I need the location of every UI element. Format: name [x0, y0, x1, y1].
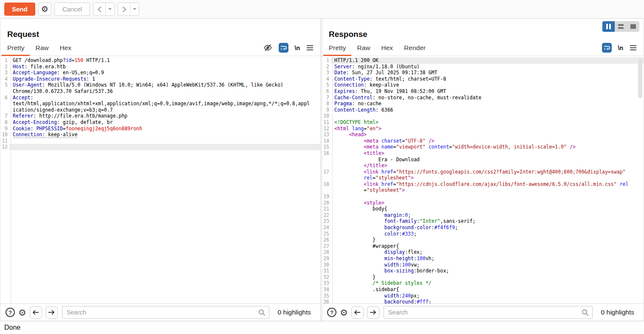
cancel-button[interactable]: Cancel — [54, 3, 90, 16]
code-line[interactable]: 21 body{ — [322, 206, 644, 212]
response-search-bar: ? ⚙ 0 highlights — [322, 303, 644, 321]
code-line[interactable]: 14 <meta charset="UTF-8" /> — [322, 138, 644, 144]
back-dropdown-button[interactable] — [105, 3, 114, 15]
code-line[interactable]: 3Date: Sun, 27 Jul 2025 09:17:38 GMT — [322, 70, 644, 76]
code-line[interactable]: 5Connection: keep-alive — [322, 82, 644, 88]
next-match-button[interactable] — [367, 306, 379, 319]
code-line[interactable]: 11 — [0, 138, 320, 144]
code-line[interactable]: 24 background-color:#f4f6f9; — [322, 225, 644, 231]
code-line[interactable]: 9Cookie: PHPSESSID=fooneqingj2eqj5q6on88… — [0, 126, 320, 132]
code-line[interactable]: 8Pragma: no-cache — [322, 101, 644, 107]
code-line[interactable]: </title> — [322, 163, 644, 169]
response-search-input[interactable] — [384, 306, 593, 319]
code-line[interactable]: 12 — [0, 144, 320, 150]
search-settings-icon[interactable]: ⚙ — [340, 308, 348, 317]
newline-icon[interactable]: \n — [295, 45, 300, 51]
code-line[interactable]: 4Content-Type: text/html; charset=UTF-8 — [322, 76, 644, 82]
code-line[interactable]: 8Accept-Encoding: gzip, deflate, br — [0, 119, 320, 126]
code-line[interactable]: 33 /* Sidebar styles */ — [322, 280, 644, 286]
code-line[interactable]: 1GET /download.php?id=150 HTTP/1.1 — [0, 57, 320, 64]
code-line[interactable]: 16 <title> — [322, 150, 644, 157]
line-number: 17 — [322, 169, 331, 175]
code-line[interactable]: 36 background:#fff; — [322, 299, 644, 303]
code-line[interactable]: 1HTTP/1.1 200 OK — [322, 57, 644, 64]
response-tab-pretty[interactable]: Pretty — [323, 40, 351, 56]
code-line[interactable]: 25 color:#333; — [322, 231, 644, 237]
request-tab-raw[interactable]: Raw — [30, 40, 54, 56]
code-line[interactable]: Era - Download — [322, 157, 644, 163]
forward-dropdown-button[interactable] — [130, 3, 139, 15]
prev-match-button[interactable] — [351, 306, 364, 319]
code-line[interactable]: 28 display:flex; — [322, 249, 644, 255]
prev-match-button[interactable] — [30, 306, 42, 319]
line-number: 3 — [0, 70, 9, 76]
request-tab-pretty[interactable]: Pretty — [2, 40, 30, 56]
code-line[interactable]: 2Host: file.era.htb — [0, 64, 320, 70]
code-line[interactable]: 35 width:240px; — [322, 293, 644, 299]
code-line[interactable]: 7Cache-Control: no-store, no-cache, must… — [322, 95, 644, 101]
soft-wrap-icon[interactable] — [279, 43, 288, 53]
response-highlights-count: 0 highlights — [601, 309, 634, 316]
code-line[interactable]: 12<html lang="en"> — [322, 126, 644, 132]
code-line[interactable]: rel="stylesheet"> — [322, 175, 644, 181]
code-line[interactable]: 5User-Agent: Mozilla/5.0 (Windows NT 10.… — [0, 82, 320, 88]
code-line[interactable]: 11<!DOCTYPE html> — [322, 119, 644, 126]
response-tab-raw[interactable]: Raw — [351, 40, 376, 56]
code-line[interactable]: 6Accept: — [0, 95, 320, 101]
code-line[interactable]: 10Connection: keep-alive — [0, 132, 320, 138]
code-line[interactable]: 6Expires: Thu, 19 Nov 1981 08:52:00 GMT — [322, 88, 644, 95]
request-editor[interactable]: 1GET /download.php?id=150 HTTP/1.12Host:… — [0, 56, 320, 303]
code-line[interactable]: 30 width:100vw; — [322, 262, 644, 268]
code-text: Era - Download — [331, 157, 644, 163]
code-line[interactable]: 15 <meta name="viewport" content="width=… — [322, 144, 644, 150]
single-layout-button[interactable] — [627, 21, 639, 32]
hide-nonprinting-icon[interactable] — [263, 43, 272, 52]
code-line[interactable]: 18 <link href="https://cdnjs.cloudflare.… — [322, 181, 644, 188]
code-line[interactable]: 26 } — [322, 237, 644, 243]
code-line[interactable]: 13 <head> — [322, 132, 644, 138]
code-line[interactable]: 17 <link href="https://fonts.googleapis.… — [322, 169, 644, 175]
code-line[interactable]: ="stylesheet"> — [322, 187, 644, 194]
help-icon[interactable]: ? — [327, 308, 336, 317]
response-tab-render[interactable]: Render — [398, 40, 431, 56]
caret-down-icon — [108, 8, 112, 10]
code-line[interactable]: 29 min-height:100vh; — [322, 255, 644, 262]
line-number: 12 — [322, 126, 331, 132]
next-match-button[interactable] — [45, 306, 58, 319]
request-tab-hex[interactable]: Hex — [54, 40, 77, 56]
code-line[interactable]: 3Accept-Language: en-US,en;q=0.9 — [0, 70, 320, 76]
code-line[interactable]: 10 — [322, 113, 644, 119]
response-tab-hex[interactable]: Hex — [376, 40, 399, 56]
help-icon[interactable]: ? — [6, 308, 15, 317]
code-line[interactable]: 23 font-family:"Inter",sans-serif; — [322, 218, 644, 225]
code-line[interactable]: 34 .sidebar{ — [322, 286, 644, 293]
search-settings-icon[interactable]: ⚙ — [18, 308, 26, 317]
menu-icon[interactable] — [630, 45, 637, 51]
code-line[interactable]: Chrome/130.0.6723.70 Safari/537.36 — [0, 88, 320, 95]
send-button[interactable]: Send — [4, 3, 35, 16]
code-line[interactable]: 7Referer: http://file.era.htb/manage.php — [0, 113, 320, 119]
request-settings-button[interactable]: ⚙ — [38, 3, 51, 16]
rows-layout-button[interactable] — [615, 21, 627, 32]
newline-icon[interactable]: \n — [618, 45, 623, 51]
code-line[interactable]: text/html,application/xhtml+xml,applicat… — [0, 101, 320, 107]
code-line[interactable]: 9Content-Length: 6366 — [322, 107, 644, 113]
request-search-input[interactable] — [62, 306, 269, 319]
code-line[interactable]: 4Upgrade-Insecure-Requests: 1 — [0, 76, 320, 82]
scrollbar-thumb[interactable] — [638, 58, 642, 98]
code-line[interactable]: ication/signed-exchange;v=b3;q=0.7 — [0, 107, 320, 113]
response-editor[interactable]: 1HTTP/1.1 200 OK2Server: nginx/1.18.0 (U… — [322, 56, 644, 303]
menu-icon[interactable] — [306, 45, 314, 51]
code-line[interactable]: 32 } — [322, 274, 644, 281]
code-line[interactable]: 2Server: nginx/1.18.0 (Ubuntu) — [322, 64, 644, 70]
code-line[interactable]: 19 — [322, 194, 644, 200]
code-line[interactable]: 31 box-sizing:border-box; — [322, 268, 644, 274]
code-text: <link href="https://cdnjs.cloudflare.com… — [331, 181, 644, 188]
back-button[interactable] — [93, 3, 105, 15]
columns-layout-button[interactable] — [602, 21, 615, 32]
forward-button[interactable] — [118, 3, 130, 15]
code-line[interactable]: 22 margin:0; — [322, 212, 644, 219]
code-line[interactable]: 20 <style> — [322, 200, 644, 206]
code-line[interactable]: 27 #wrapper{ — [322, 243, 644, 250]
soft-wrap-icon[interactable] — [602, 43, 612, 53]
